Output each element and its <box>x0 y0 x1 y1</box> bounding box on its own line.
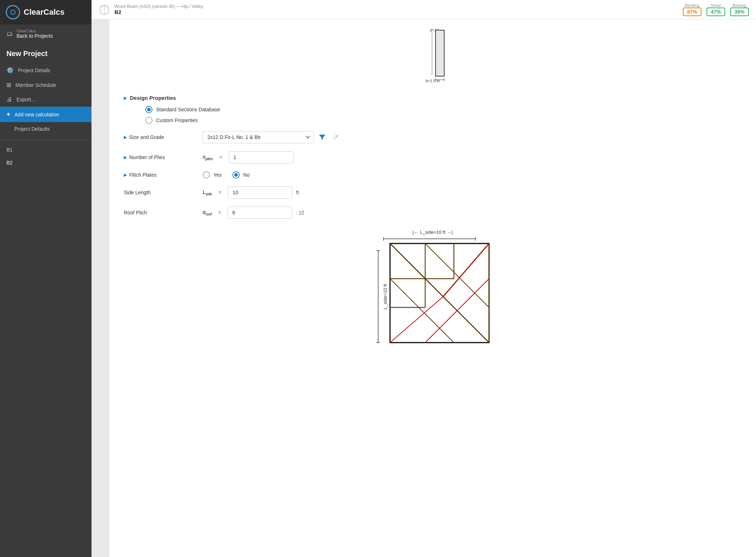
print-icon: 🖨 <box>6 96 12 103</box>
gear-icon: ⚙️ <box>6 67 14 74</box>
flitch-plates-content: Yes No <box>203 171 742 178</box>
main-area: Wood Beam (ASD) (version 45) — Hip / Val… <box>91 0 756 557</box>
roof-pitch-input[interactable] <box>227 206 292 219</box>
side-length-label: Side Length <box>124 190 203 195</box>
logo-inner-circle <box>10 10 15 15</box>
size-grade-arrow[interactable]: ▶ <box>124 135 127 140</box>
sidebar-item-label: Add new calculation <box>15 112 60 117</box>
content-left-padding <box>91 19 109 557</box>
sidebar-item-b1[interactable]: B1 <box>0 143 91 156</box>
flitch-plates-row: ▶ Flitch Plates Yes No <box>124 171 742 178</box>
svg-text:b=1.5 in: b=1.5 in <box>426 79 440 83</box>
hip-valley-diagram: |← L_side=10 ft →| <box>124 229 742 351</box>
flitch-arrow[interactable]: ▶ <box>124 172 127 177</box>
size-grade-select[interactable]: 2x12 D.Fir-L No. 1 & Btr <box>203 131 314 143</box>
sidebar-divider <box>0 140 91 140</box>
number-of-plies-row: ▶ Number of Plies nplies = <box>124 151 742 163</box>
plus-icon: + <box>6 111 10 118</box>
content-area: d=11... b=1.5 in ▶ Design Properties <box>91 19 756 557</box>
side-length-equals: = <box>219 190 221 195</box>
bearing-value: 39% <box>730 8 749 16</box>
svg-line-14 <box>337 137 338 138</box>
filter-button[interactable] <box>317 132 328 143</box>
roof-pitch-colon: : 12 <box>296 210 304 215</box>
diagram-left-label: L_side=10 ft <box>382 284 388 309</box>
side-length-input[interactable] <box>228 186 292 199</box>
sidebar-item-member-schedule[interactable]: ⊞ Member Schedule <box>0 78 91 92</box>
design-properties-section: ▶ Design Properties Standard Sections Da… <box>124 95 742 124</box>
bending-value: 87% <box>683 8 701 16</box>
plies-input[interactable] <box>229 151 294 163</box>
wand-button[interactable] <box>330 132 341 143</box>
svg-line-15 <box>333 136 334 137</box>
design-properties-title: Design Properties <box>130 95 176 101</box>
beam-svg: d=11... b=1.5 in <box>408 27 458 84</box>
beam-icon <box>99 4 110 15</box>
custom-properties-label: Custom Properties <box>156 117 198 123</box>
beam-cross-section-diagram: d=11... b=1.5 in <box>124 27 742 84</box>
size-and-grade-content: 2x12 D.Fir-L No. 1 & Btr <box>203 131 742 143</box>
side-length-var: Lside <box>203 189 212 196</box>
database-type-radio-group: Standard Sections Database Custom Proper… <box>145 106 742 124</box>
sidebar-item-export[interactable]: 🖨 Export... <box>0 92 91 107</box>
flitch-yes-label: Yes <box>213 172 222 178</box>
design-properties-arrow[interactable]: ▶ <box>124 96 127 101</box>
sidebar-logo: ClearCalcs <box>0 0 91 24</box>
sidebar-item-label: Project Details <box>18 68 50 73</box>
shear-label: Shear <box>710 3 721 8</box>
side-length-unit: ft <box>296 190 299 195</box>
top-bracket-svg <box>376 236 483 241</box>
size-and-grade-label: ▶ Size and Grade <box>124 134 203 140</box>
plies-var: nplies <box>203 154 213 161</box>
roof-pitch-content: αroof = : 12 <box>203 206 742 219</box>
flitch-yes-option[interactable]: Yes <box>203 171 222 178</box>
roof-pitch-equals: = <box>218 210 221 215</box>
roof-pitch-var: αroof <box>203 209 212 216</box>
plies-arrow[interactable]: ▶ <box>124 155 127 160</box>
sidebar-menu: ⚙️ Project Details ⊞ Member Schedule 🖨 E… <box>0 61 91 137</box>
sidebar: ClearCalcs 🗂 ClearCalcs Back to Projects… <box>0 0 91 557</box>
topbar: Wood Beam (ASD) (version 45) — Hip / Val… <box>91 0 756 19</box>
standard-sections-radio[interactable] <box>145 106 152 113</box>
sidebar-item-label: Member Schedule <box>15 82 56 88</box>
diagram-top-arrow-left: |← <box>413 229 418 235</box>
topbar-badges: Bending 87% Shear 47% Bearing 39% <box>683 3 749 16</box>
back-main-label[interactable]: Back to Projects <box>17 33 53 39</box>
left-bracket-svg <box>376 243 381 351</box>
size-grade-select-wrap: 2x12 D.Fir-L No. 1 & Btr <box>203 131 341 143</box>
sidebar-item-label: Project Defaults <box>14 126 50 132</box>
back-to-projects[interactable]: 🗂 ClearCalcs Back to Projects <box>0 24 91 43</box>
topbar-title-block: Wood Beam (ASD) (version 45) — Hip / Val… <box>114 4 203 15</box>
flitch-no-option[interactable]: No <box>233 171 250 178</box>
flitch-yes-radio[interactable] <box>203 171 210 178</box>
svg-line-11 <box>337 135 338 136</box>
content-main: d=11... b=1.5 in ▶ Design Properties <box>109 19 756 557</box>
sidebar-item-project-details[interactable]: ⚙️ Project Details <box>0 63 91 78</box>
svg-rect-5 <box>436 30 444 76</box>
shear-value: 47% <box>706 8 725 16</box>
sidebar-item-b2[interactable]: B2 <box>0 156 91 169</box>
flitch-no-radio[interactable] <box>233 171 240 178</box>
back-sub-label: ClearCalcs <box>17 29 53 33</box>
bending-label: Bending <box>685 3 699 8</box>
topbar-subtitle: Wood Beam (ASD) (version 45) — Hip / Val… <box>114 4 203 9</box>
topbar-left: Wood Beam (ASD) (version 45) — Hip / Val… <box>99 4 203 15</box>
standard-sections-option[interactable]: Standard Sections Database <box>145 106 742 113</box>
custom-properties-radio[interactable] <box>145 117 152 124</box>
sidebar-item-project-defaults[interactable]: Project Defaults <box>0 122 91 136</box>
folder-icon: 🗂 <box>6 30 13 38</box>
topbar-title: B2 <box>114 9 203 15</box>
roof-pitch-sub: roof <box>206 212 212 216</box>
diagram-top-arrow-right: →| <box>447 229 453 235</box>
side-length-content: Lside = ft <box>203 186 742 199</box>
design-properties-header: ▶ Design Properties <box>124 95 742 101</box>
sidebar-item-add-new-calculation[interactable]: + Add new calculation <box>0 107 91 122</box>
shear-badge: Shear 47% <box>706 3 725 16</box>
app-title: ClearCalcs <box>24 8 65 17</box>
plies-sub: plies <box>206 157 213 161</box>
plies-equals: = <box>219 154 222 160</box>
bending-badge: Bending 87% <box>683 3 701 16</box>
roof-pitch-row: Roof Pitch αroof = : 12 <box>124 206 742 219</box>
logo-icon <box>6 5 20 19</box>
custom-properties-option[interactable]: Custom Properties <box>145 117 742 124</box>
